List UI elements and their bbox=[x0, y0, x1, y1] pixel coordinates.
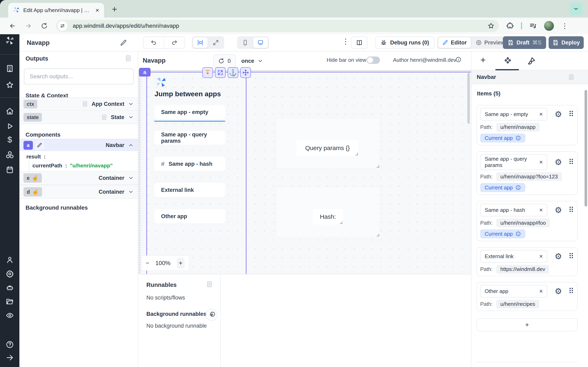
clear-icon[interactable]: × bbox=[539, 253, 543, 260]
selected-component-badge[interactable]: a bbox=[139, 68, 150, 76]
gear-icon[interactable]: ⚙ bbox=[555, 287, 562, 295]
drag-handle-icon[interactable]: ⠿ bbox=[569, 206, 574, 214]
resize-handle[interactable] bbox=[377, 234, 379, 236]
add-background-runnable-button[interactable]: + bbox=[206, 309, 217, 321]
chevron-down-icon[interactable] bbox=[128, 189, 134, 195]
drag-handle-icon[interactable]: ⠿ bbox=[569, 287, 574, 295]
browser-menu-icon[interactable]: ⋮ bbox=[561, 22, 568, 30]
ctx-row[interactable]: ctx App Context bbox=[19, 97, 138, 111]
insert-component-tab[interactable]: + bbox=[480, 55, 486, 65]
resize-handle[interactable] bbox=[340, 221, 342, 224]
fullwidth-layout-button[interactable] bbox=[208, 37, 223, 48]
runs-icon[interactable] bbox=[6, 122, 14, 130]
item-label-input[interactable]: Same app - query params × bbox=[480, 154, 547, 170]
media-playlist-icon[interactable] bbox=[529, 22, 537, 30]
query-params-container[interactable]: Query params {} bbox=[276, 118, 380, 168]
chevron-down-icon[interactable] bbox=[128, 175, 134, 181]
billing-icon[interactable]: $ bbox=[7, 135, 12, 144]
gear-icon[interactable]: ⚙ bbox=[555, 252, 562, 260]
mobile-view-button[interactable] bbox=[238, 37, 252, 48]
workspace-icon[interactable] bbox=[6, 64, 14, 73]
undo-button[interactable] bbox=[144, 37, 164, 49]
canvas-scrollbar[interactable] bbox=[467, 73, 470, 124]
query-params-text[interactable]: Query params {} bbox=[296, 140, 359, 156]
panel-doc-icon[interactable] bbox=[568, 74, 575, 80]
draft-button[interactable]: Draft ⌘S bbox=[503, 36, 546, 49]
item-label-input[interactable]: Same app - empty × bbox=[480, 108, 547, 120]
styling-tab[interactable] bbox=[527, 57, 536, 66]
item-label-input[interactable]: External link × bbox=[480, 250, 547, 263]
bookmark-star-icon[interactable] bbox=[488, 22, 494, 29]
author-info-icon[interactable] bbox=[455, 57, 461, 63]
desktop-view-button[interactable] bbox=[253, 37, 268, 48]
collapse-arrow-icon[interactable] bbox=[6, 354, 14, 362]
clear-icon[interactable]: × bbox=[539, 207, 543, 213]
path-chip[interactable]: u/henri/recipes bbox=[496, 300, 539, 309]
forward-icon[interactable] bbox=[25, 22, 32, 29]
run-mode-dropdown[interactable]: once bbox=[241, 54, 263, 67]
users-icon[interactable] bbox=[6, 256, 14, 264]
path-chip[interactable]: u/henri/navapp?foo=123 bbox=[496, 172, 562, 181]
fullscreen-component-button[interactable] bbox=[215, 67, 226, 78]
new-tab-button[interactable]: + bbox=[112, 4, 117, 14]
outputs-doc-icon[interactable] bbox=[125, 55, 132, 62]
drag-handle-icon[interactable]: ⠿ bbox=[569, 110, 574, 118]
extensions-puzzle-icon[interactable] bbox=[506, 22, 514, 30]
clear-icon[interactable]: × bbox=[539, 288, 543, 295]
zoom-out-button[interactable]: − bbox=[146, 260, 149, 267]
audit-eye-icon[interactable] bbox=[6, 311, 14, 319]
anchor-button[interactable]: ⚓ bbox=[228, 67, 238, 78]
redo-button[interactable] bbox=[164, 37, 184, 49]
component-row-container-e[interactable]: e☝ Container bbox=[19, 171, 138, 185]
zoom-in-button[interactable]: + bbox=[177, 258, 185, 268]
doc-icon[interactable] bbox=[82, 101, 88, 107]
workers-robot-icon[interactable] bbox=[6, 284, 14, 292]
address-bar[interactable]: app.windmill.dev/apps/edit/u/henri/navap… bbox=[56, 20, 499, 32]
gear-icon[interactable]: ⚙ bbox=[555, 110, 562, 118]
folders-icon[interactable] bbox=[6, 298, 14, 306]
rename-pencil-icon[interactable] bbox=[120, 39, 127, 47]
gear-icon[interactable]: ⚙ bbox=[555, 158, 562, 166]
chevron-up-icon[interactable] bbox=[128, 142, 134, 148]
component-row-navbar[interactable]: a Navbar bbox=[19, 139, 138, 151]
reload-icon[interactable] bbox=[41, 22, 48, 29]
hide-bar-toggle[interactable] bbox=[366, 57, 380, 64]
search-outputs-input[interactable] bbox=[24, 68, 134, 84]
resources-icon[interactable] bbox=[6, 151, 14, 159]
editor-tab[interactable]: Editor bbox=[438, 37, 471, 48]
tab-close-icon[interactable]: × bbox=[95, 7, 99, 13]
favorites-icon[interactable] bbox=[6, 81, 14, 89]
site-settings-icon[interactable] bbox=[58, 21, 67, 31]
selected-navbar-component[interactable] bbox=[146, 72, 246, 274]
more-options-icon[interactable]: ⋮ bbox=[342, 37, 349, 46]
item-label-input[interactable]: Same app - hash × bbox=[480, 204, 547, 216]
state-row[interactable]: state State bbox=[19, 110, 138, 124]
window-chevron-icon[interactable] bbox=[569, 2, 583, 15]
resize-handle[interactable] bbox=[355, 153, 358, 155]
path-chip[interactable]: u/henri/navapp bbox=[496, 123, 540, 132]
chevron-down-icon[interactable] bbox=[128, 101, 134, 107]
clear-icon[interactable]: × bbox=[539, 159, 543, 166]
docs-button[interactable] bbox=[351, 36, 367, 49]
help-icon[interactable] bbox=[6, 341, 14, 349]
drag-handle-icon[interactable]: ⠿ bbox=[569, 253, 574, 260]
gear-icon[interactable]: ⚙ bbox=[555, 206, 562, 214]
nav-item-query-params[interactable]: Same app - query params bbox=[154, 131, 225, 145]
hash-text[interactable]: Hash: bbox=[313, 209, 343, 225]
clear-icon[interactable]: × bbox=[539, 111, 543, 118]
path-chip[interactable]: u/henri/navapp#foo bbox=[496, 218, 550, 227]
deploy-button[interactable]: Deploy bbox=[549, 36, 584, 49]
app-canvas[interactable]: a ⚓ Jump between apps Same app - empty S… bbox=[138, 70, 471, 275]
back-icon[interactable] bbox=[9, 22, 16, 29]
path-chip[interactable]: https://windmill.dev bbox=[496, 265, 549, 274]
windmill-logo[interactable] bbox=[5, 36, 15, 46]
nav-item-external-link[interactable]: External link bbox=[154, 183, 225, 197]
home-icon[interactable] bbox=[6, 107, 14, 115]
resize-handle[interactable] bbox=[377, 165, 379, 167]
profile-avatar[interactable] bbox=[544, 21, 554, 31]
hash-container[interactable]: Hash: bbox=[276, 187, 380, 237]
runnables-doc-icon[interactable] bbox=[206, 281, 213, 288]
chevron-down-icon[interactable] bbox=[128, 114, 134, 120]
centered-layout-button[interactable] bbox=[193, 37, 208, 48]
item-label-input[interactable]: Other app × bbox=[480, 285, 547, 298]
